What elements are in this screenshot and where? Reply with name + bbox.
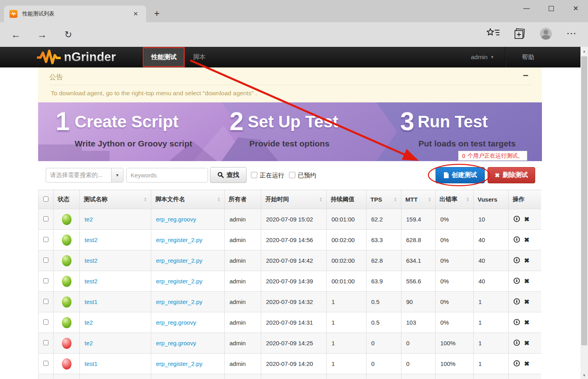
report-icon[interactable] xyxy=(513,277,520,285)
column-header-开始时间[interactable]: 开始时间▲▼ xyxy=(261,190,327,209)
step1-number: 1 xyxy=(56,109,70,134)
test-name-link[interactable]: test1 xyxy=(85,360,98,367)
sort-icon[interactable]: ▲▼ xyxy=(319,197,322,202)
find-button[interactable]: 查找 xyxy=(210,167,247,183)
sort-icon[interactable]: ▲▼ xyxy=(428,197,431,202)
row-checkbox[interactable] xyxy=(43,237,48,242)
keywords-input[interactable] xyxy=(126,168,208,183)
sort-icon[interactable]: ▲▼ xyxy=(144,197,147,202)
script-cell: erp_register_2.py xyxy=(151,292,225,312)
select-all-checkbox[interactable] xyxy=(43,196,48,202)
report-icon[interactable] xyxy=(513,319,520,327)
delete-row-icon[interactable]: ✖ xyxy=(524,215,529,223)
scroll-up-icon[interactable]: ▲ xyxy=(580,49,588,53)
test-name-link[interactable]: test2 xyxy=(85,257,98,264)
owner-cell: admin xyxy=(225,250,261,271)
delete-row-icon[interactable]: ✖ xyxy=(524,298,529,306)
search-category-select[interactable]: 请选择需要搜索的... ▼ xyxy=(46,168,123,183)
back-icon[interactable]: ← xyxy=(9,28,23,41)
report-icon[interactable] xyxy=(513,360,520,368)
script-link[interactable]: erp_register_2.py xyxy=(156,278,202,285)
ngrinder-wave-icon xyxy=(37,49,61,65)
column-header-测试名称[interactable]: 测试名称▲▼ xyxy=(80,190,151,209)
test-name-link[interactable]: test2 xyxy=(85,237,98,243)
nav-tab-perftest[interactable]: 性能测试 xyxy=(144,48,184,66)
test-name-link[interactable]: test1 xyxy=(85,298,98,305)
test-name-link[interactable]: te2 xyxy=(85,319,93,326)
browser-tab[interactable]: 性能测试列表 ✕ xyxy=(4,6,146,22)
nav-help[interactable]: 帮助 xyxy=(510,47,546,67)
delete-row-icon[interactable]: ✖ xyxy=(524,360,529,367)
row-checkbox[interactable] xyxy=(43,361,48,366)
test-name-link[interactable]: te2 xyxy=(85,340,93,346)
delete-test-button[interactable]: ✖ 删除测试 xyxy=(488,167,535,183)
running-checkbox-label[interactable]: 正在运行 xyxy=(260,171,284,180)
column-header-TPS[interactable]: TPS▲▼ xyxy=(366,190,401,209)
profile-avatar[interactable] xyxy=(540,28,552,40)
report-icon[interactable] xyxy=(513,215,520,223)
sort-desc-icon: ▼ xyxy=(217,200,220,202)
report-icon[interactable] xyxy=(513,298,520,306)
tab-close-icon[interactable]: ✕ xyxy=(131,10,141,18)
page-scrollbar[interactable]: ▲ ▼ xyxy=(580,47,588,379)
script-link[interactable]: erp_register_2.py xyxy=(156,237,202,243)
forward-icon[interactable]: → xyxy=(35,28,49,41)
empty-cell xyxy=(436,374,474,379)
row-checkbox[interactable] xyxy=(43,319,48,325)
script-link[interactable]: erp_reg.groovy xyxy=(156,319,196,326)
sort-icon[interactable]: ▲▼ xyxy=(217,197,220,202)
delete-row-icon[interactable]: ✖ xyxy=(524,257,529,264)
scroll-down-icon[interactable]: ▼ xyxy=(580,373,588,377)
row-checkbox[interactable] xyxy=(43,216,48,221)
error-rate-cell: 0% xyxy=(436,271,474,292)
delete-row-icon[interactable]: ✖ xyxy=(524,236,529,244)
report-icon[interactable] xyxy=(513,236,520,244)
delete-row-icon[interactable]: ✖ xyxy=(524,319,529,326)
create-test-button[interactable]: 创建测试 xyxy=(436,167,485,183)
delete-row-icon[interactable]: ✖ xyxy=(524,277,529,285)
window-maximize-icon[interactable] xyxy=(539,0,563,17)
mtt-cell: 628.8 xyxy=(401,230,436,250)
vusers-cell: 1 xyxy=(474,292,509,312)
favorites-bar-icon[interactable] xyxy=(487,28,500,38)
select-caret-icon[interactable]: ▼ xyxy=(111,168,123,182)
report-icon[interactable] xyxy=(513,257,520,265)
script-link[interactable]: erp_reg.groovy xyxy=(156,340,196,346)
delete-x-icon: ✖ xyxy=(495,172,500,179)
report-icon[interactable] xyxy=(513,339,520,347)
status-red-icon xyxy=(62,338,71,349)
row-checkbox[interactable] xyxy=(43,299,48,304)
settings-menu-icon[interactable]: ··· xyxy=(567,29,577,38)
running-checkbox[interactable] xyxy=(251,172,257,178)
row-checkbox[interactable] xyxy=(43,278,48,283)
collapse-icon[interactable]: − xyxy=(523,70,528,81)
new-tab-button[interactable]: + xyxy=(151,8,163,19)
column-header-content: 状态 xyxy=(58,196,75,203)
scheduled-checkbox-label[interactable]: 已预约 xyxy=(298,171,316,180)
delete-row-icon[interactable]: ✖ xyxy=(524,339,529,347)
script-link[interactable]: erp_register_2.py xyxy=(156,360,202,367)
test-name-link[interactable]: te2 xyxy=(85,216,93,223)
table-row: te2erp_reg.groovyadmin2020-07-09 14:3110… xyxy=(39,312,542,333)
column-header-MTT[interactable]: MTT▲▼ xyxy=(401,190,436,209)
test-name-link[interactable]: test2 xyxy=(85,278,98,285)
row-checkbox[interactable] xyxy=(43,258,48,263)
script-link[interactable]: erp_register_2.py xyxy=(156,298,202,305)
column-header-脚本文件名[interactable]: 脚本文件名▲▼ xyxy=(151,190,225,209)
reload-icon[interactable]: ↻ xyxy=(61,28,75,41)
tps-cell: 0.5 xyxy=(366,312,401,333)
window-minimize-icon[interactable]: — xyxy=(514,0,539,17)
script-link[interactable]: erp_register_2.py xyxy=(156,257,202,264)
sort-icon[interactable]: ▲▼ xyxy=(394,197,397,202)
column-header-出错率[interactable]: 出错率▲▼ xyxy=(436,190,474,209)
nav-tab-script[interactable]: 脚本 xyxy=(187,48,212,66)
row-checkbox[interactable] xyxy=(43,340,48,345)
sort-icon[interactable]: ▲▼ xyxy=(466,197,469,202)
ngrinder-logo[interactable]: nGrinder xyxy=(37,49,116,65)
user-menu[interactable]: admin ▼ xyxy=(461,47,504,67)
scrollbar-thumb[interactable] xyxy=(581,56,587,345)
scheduled-checkbox[interactable] xyxy=(289,172,295,178)
collections-icon[interactable] xyxy=(513,28,526,40)
window-close-icon[interactable]: ✕ xyxy=(563,0,588,17)
script-link[interactable]: erp_reg.groovy xyxy=(156,216,196,223)
